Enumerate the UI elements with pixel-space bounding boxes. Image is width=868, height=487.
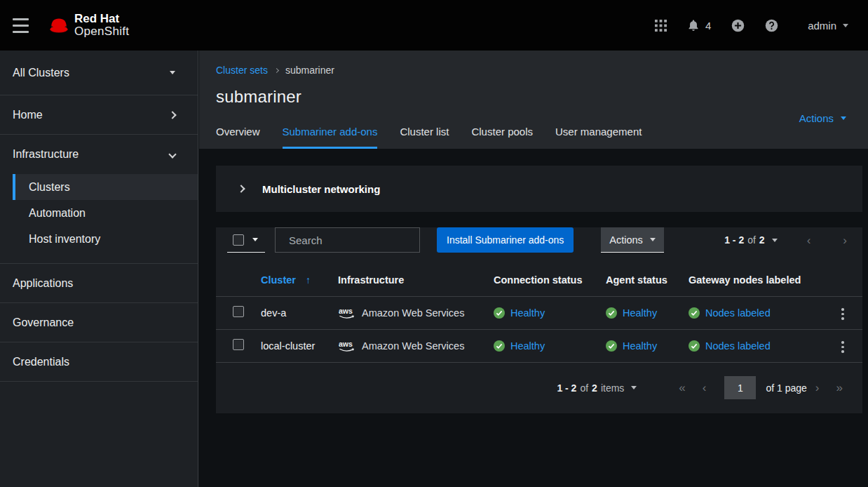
- tab-bar: Overview Submariner add-ons Cluster list…: [216, 120, 664, 149]
- caret-down-icon: [843, 24, 848, 27]
- cluster-selector-label: All Clusters: [13, 67, 69, 79]
- tab-overview[interactable]: Overview: [216, 120, 260, 149]
- bell-icon: [687, 19, 700, 32]
- kebab-menu-button[interactable]: [836, 304, 850, 324]
- next-page-button[interactable]: ›: [839, 234, 851, 246]
- chevron-right-icon: [168, 111, 176, 119]
- breadcrumb-cluster-sets[interactable]: Cluster sets: [216, 65, 268, 76]
- aws-logo-icon: aws: [338, 307, 356, 319]
- sidebar-item-clusters[interactable]: Clusters: [13, 174, 198, 200]
- tab-submariner-add-ons[interactable]: Submariner add-ons: [283, 120, 378, 149]
- tab-cluster-list[interactable]: Cluster list: [400, 120, 449, 149]
- page-header: Cluster sets submariner submariner Actio…: [199, 51, 868, 149]
- pagination-items-label: items: [601, 382, 624, 394]
- first-page-button[interactable]: «: [670, 382, 693, 394]
- agent-status-link[interactable]: Healthy: [623, 307, 657, 319]
- pagination-menu-toggle-bottom[interactable]: 1 - 2 of 2 items: [557, 382, 637, 394]
- success-check-icon: [689, 340, 700, 352]
- infrastructure-provider: Amazon Web Services: [362, 307, 464, 319]
- select-all-checkbox[interactable]: [233, 234, 244, 246]
- app-launcher-button[interactable]: [644, 13, 677, 38]
- plus-circle-icon: [731, 19, 745, 32]
- bulk-select-dropdown[interactable]: [227, 227, 265, 253]
- brand-line2: OpenShift: [74, 25, 129, 38]
- row-checkbox[interactable]: [233, 306, 244, 317]
- pagination-of: of: [580, 382, 588, 394]
- row-checkbox[interactable]: [233, 339, 244, 350]
- user-name: admin: [808, 20, 836, 32]
- sidebar-item-label: Clusters: [29, 181, 70, 194]
- cluster-selector-dropdown[interactable]: All Clusters: [0, 51, 198, 95]
- chevron-right-icon: [237, 185, 245, 192]
- breadcrumb-current: submariner: [285, 65, 334, 76]
- kebab-menu-button[interactable]: [836, 337, 850, 357]
- column-header-gateway-nodes: Gateway nodes labeled: [689, 264, 823, 296]
- nav-toggle-button[interactable]: [13, 18, 29, 33]
- table-row: dev-a aws Amazon Web Services: [216, 296, 862, 329]
- caret-down-icon: [252, 238, 258, 241]
- page-actions-dropdown[interactable]: Actions: [799, 112, 846, 124]
- sidebar-item-label: Credentials: [13, 356, 69, 368]
- question-circle-icon: [765, 19, 778, 32]
- agent-status-link[interactable]: Healthy: [623, 340, 657, 352]
- chevron-down-icon: [168, 150, 176, 158]
- column-header-cluster[interactable]: Cluster↑: [261, 264, 338, 296]
- page-content: Multicluster networking: [199, 149, 868, 430]
- panel-title: Multicluster networking: [262, 183, 380, 195]
- infrastructure-subnav: Clusters Automation Host inventory: [0, 174, 198, 264]
- infrastructure-provider: Amazon Web Services: [362, 340, 464, 352]
- tab-cluster-pools[interactable]: Cluster pools: [471, 120, 533, 149]
- help-button[interactable]: [754, 13, 788, 38]
- create-button[interactable]: [721, 13, 754, 38]
- page-title: submariner: [216, 87, 868, 107]
- masthead-toolbar: 4 admin: [644, 13, 848, 38]
- last-page-button[interactable]: »: [828, 382, 851, 394]
- prev-page-button[interactable]: ‹: [803, 234, 815, 246]
- pagination-menu-toggle[interactable]: 1 - 2 of 2: [724, 234, 778, 246]
- clusters-table: Cluster↑ Infrastructure Connection statu…: [216, 264, 862, 363]
- prev-page-button[interactable]: ‹: [694, 382, 715, 394]
- svg-text:aws: aws: [339, 340, 353, 348]
- sidebar-item-infrastructure[interactable]: Infrastructure: [0, 135, 198, 174]
- page-number-input[interactable]: [724, 376, 756, 399]
- svg-text:aws: aws: [339, 307, 353, 315]
- sidebar-item-credentials[interactable]: Credentials: [0, 342, 198, 382]
- column-header-actions: [823, 264, 862, 296]
- cluster-name: dev-a: [261, 296, 338, 329]
- redhat-fedora-icon: [48, 17, 70, 34]
- brand-line1: Red Hat: [74, 13, 129, 25]
- caret-down-icon: [631, 386, 637, 389]
- notifications-button[interactable]: 4: [677, 13, 721, 38]
- submariner-add-ons-card: Install Submariner add-ons Actions 1 - 2…: [216, 227, 862, 413]
- sidebar-item-applications[interactable]: Applications: [0, 264, 198, 303]
- table-actions-dropdown[interactable]: Actions: [601, 227, 664, 253]
- sidebar-item-governance[interactable]: Governance: [0, 303, 198, 342]
- expand-toggle-button[interactable]: [227, 186, 248, 192]
- connection-status-link[interactable]: Healthy: [510, 307, 545, 319]
- success-check-icon: [494, 340, 505, 352]
- table-actions-label: Actions: [609, 234, 643, 246]
- gateway-nodes-link[interactable]: Nodes labeled: [705, 340, 771, 352]
- sidebar-item-label: Home: [13, 109, 43, 121]
- user-menu[interactable]: admin: [808, 20, 848, 32]
- brand-text: Red Hat OpenShift: [74, 13, 129, 38]
- sidebar-item-host-inventory[interactable]: Host inventory: [13, 226, 198, 252]
- gateway-nodes-link[interactable]: Nodes labeled: [705, 307, 771, 319]
- column-header-infrastructure: Infrastructure: [338, 264, 494, 296]
- search-box: [275, 227, 420, 253]
- sidebar-item-automation[interactable]: Automation: [13, 200, 198, 226]
- pagination-range: 1 - 2: [557, 382, 576, 394]
- header-checkbox-cell: [216, 264, 261, 296]
- success-check-icon: [606, 340, 617, 352]
- next-page-button[interactable]: ›: [807, 382, 828, 394]
- pagination-bottom: 1 - 2 of 2 items « ‹ of 1 page › »: [216, 363, 862, 413]
- sidebar-item-label: Automation: [29, 207, 86, 220]
- pagination-of: of: [747, 234, 756, 246]
- install-submariner-button[interactable]: Install Submariner add-ons: [437, 227, 574, 253]
- column-header-agent-status: Agent status: [606, 264, 689, 296]
- sidebar-item-home[interactable]: Home: [0, 95, 198, 135]
- tab-user-management[interactable]: User management: [555, 120, 642, 149]
- pagination-top: 1 - 2 of 2 ‹ ›: [724, 234, 851, 246]
- search-input[interactable]: [289, 234, 428, 246]
- connection-status-link[interactable]: Healthy: [510, 340, 545, 352]
